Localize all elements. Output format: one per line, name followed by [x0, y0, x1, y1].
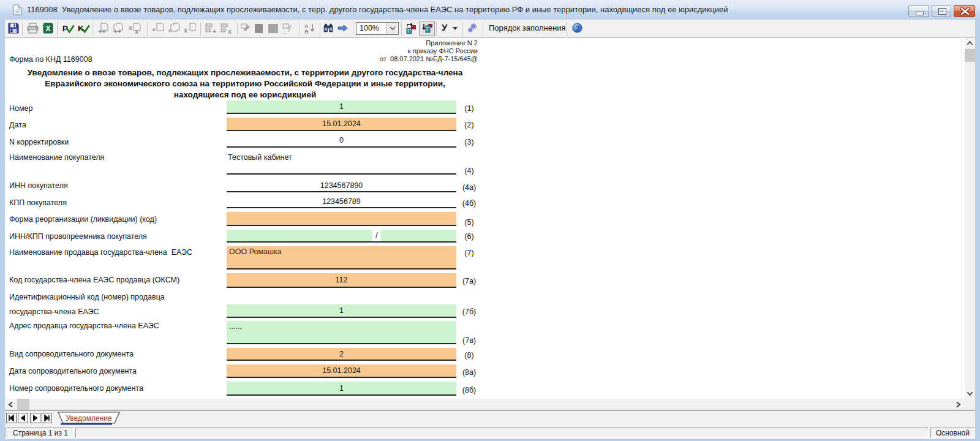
svg-text:+: +	[152, 26, 156, 33]
svg-text:Я: Я	[304, 29, 308, 34]
svg-text:...: ...	[282, 29, 287, 34]
svg-text:++: ++	[98, 28, 106, 34]
svg-text:+: +	[213, 28, 216, 34]
svg-text:+: +	[168, 27, 172, 34]
svg-text:X: X	[45, 24, 50, 33]
svg-text:x: x	[228, 28, 232, 34]
svg-text:f: f	[288, 23, 292, 32]
svg-text:Уведомление: Уведомление	[66, 414, 112, 423]
svg-text:++: ++	[113, 28, 121, 34]
svg-text:x: x	[129, 24, 133, 31]
svg-text:x: x	[135, 28, 139, 34]
svg-text:?: ?	[575, 24, 579, 32]
svg-text:x: x	[184, 26, 188, 34]
